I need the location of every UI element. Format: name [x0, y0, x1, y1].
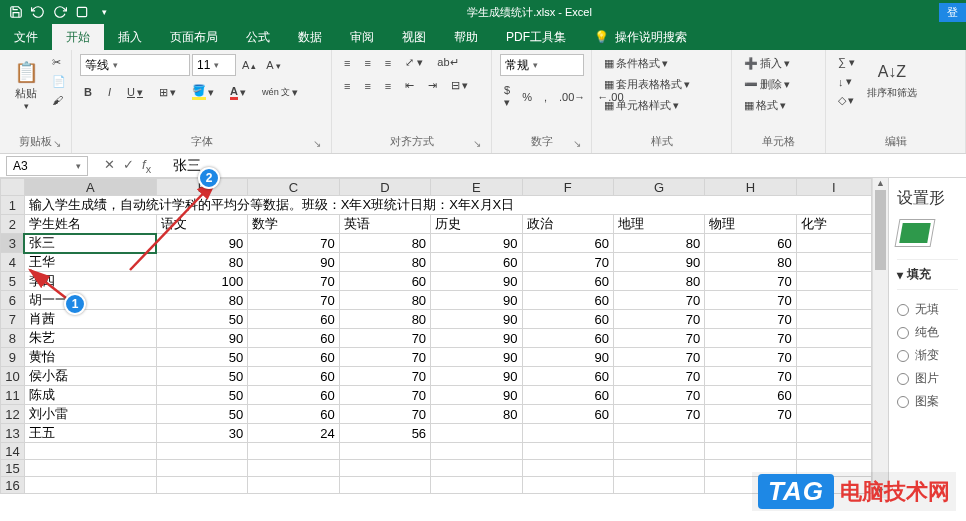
cell-D14[interactable]: [339, 443, 430, 460]
cell-D13[interactable]: 56: [339, 424, 430, 443]
format-cells-button[interactable]: ▦ 格式 ▾: [740, 96, 790, 115]
cell-F9[interactable]: 90: [522, 348, 613, 367]
cell-I4[interactable]: [796, 253, 871, 272]
vertical-scrollbar[interactable]: ▲ ▼: [872, 178, 888, 498]
cell-E12[interactable]: 80: [431, 405, 522, 424]
cell-I5[interactable]: [796, 272, 871, 291]
cell-A5[interactable]: 李四: [24, 272, 156, 291]
cell-A16[interactable]: [24, 477, 156, 494]
cell-B3[interactable]: 90: [156, 234, 247, 253]
cell-A13[interactable]: 王五: [24, 424, 156, 443]
align-right-button[interactable]: ≡: [381, 78, 395, 94]
cell-H11[interactable]: 60: [705, 386, 796, 405]
qat-dropdown-icon[interactable]: ▾: [96, 4, 112, 20]
cell-A2[interactable]: 学生姓名: [24, 215, 156, 234]
cell-A7[interactable]: 肖茜: [24, 310, 156, 329]
cell-C3[interactable]: 70: [248, 234, 339, 253]
cell-A1[interactable]: 输入学生成绩，自动统计学科的平均分等数据。班级：X年X班统计日期：X年X月X日: [24, 196, 871, 215]
cell-I12[interactable]: [796, 405, 871, 424]
cell-G7[interactable]: 70: [613, 310, 704, 329]
align-top-button[interactable]: ≡: [340, 55, 354, 71]
accept-formula-button[interactable]: ✓: [123, 157, 134, 175]
fill-option-1[interactable]: 纯色: [897, 321, 958, 344]
cell-B9[interactable]: 50: [156, 348, 247, 367]
cell-B16[interactable]: [156, 477, 247, 494]
number-format-combo[interactable]: 常规▾: [500, 54, 584, 76]
merge-button[interactable]: ⊟ ▾: [447, 77, 472, 94]
cell-C16[interactable]: [248, 477, 339, 494]
bold-button[interactable]: B: [80, 84, 96, 100]
indent-increase-button[interactable]: ⇥: [424, 77, 441, 94]
cell-E10[interactable]: 90: [431, 367, 522, 386]
tab-formulas[interactable]: 公式: [232, 24, 284, 50]
indent-decrease-button[interactable]: ⇤: [401, 77, 418, 94]
launcher-icon[interactable]: ↘: [473, 138, 481, 149]
row-header-7[interactable]: 7: [1, 310, 25, 329]
cell-A6[interactable]: 胡一一: [24, 291, 156, 310]
cell-D3[interactable]: 80: [339, 234, 430, 253]
cell-G8[interactable]: 70: [613, 329, 704, 348]
cancel-formula-button[interactable]: ✕: [104, 157, 115, 175]
cell-G16[interactable]: [613, 477, 704, 494]
cell-C4[interactable]: 90: [248, 253, 339, 272]
tab-help[interactable]: 帮助: [440, 24, 492, 50]
cell-F7[interactable]: 60: [522, 310, 613, 329]
cut-button[interactable]: ✂: [48, 54, 70, 71]
clear-button[interactable]: ◇ ▾: [834, 92, 859, 109]
cell-H3[interactable]: 60: [705, 234, 796, 253]
cell-C7[interactable]: 60: [248, 310, 339, 329]
cell-E15[interactable]: [431, 460, 522, 477]
col-header-H[interactable]: H: [705, 179, 796, 196]
cell-H9[interactable]: 70: [705, 348, 796, 367]
tab-home[interactable]: 开始: [52, 24, 104, 50]
paste-button[interactable]: 📋 粘贴 ▾: [8, 54, 44, 115]
font-size-combo[interactable]: 11▾: [192, 54, 236, 76]
cell-D8[interactable]: 70: [339, 329, 430, 348]
cell-A4[interactable]: 王华: [24, 253, 156, 272]
row-header-10[interactable]: 10: [1, 367, 25, 386]
tab-pdf[interactable]: PDF工具集: [492, 24, 580, 50]
cell-E6[interactable]: 90: [431, 291, 522, 310]
col-header-A[interactable]: A: [24, 179, 156, 196]
cell-F5[interactable]: 60: [522, 272, 613, 291]
cell-F3[interactable]: 60: [522, 234, 613, 253]
scroll-up-icon[interactable]: ▲: [873, 178, 888, 190]
cell-H7[interactable]: 70: [705, 310, 796, 329]
cell-G4[interactable]: 90: [613, 253, 704, 272]
cell-H8[interactable]: 70: [705, 329, 796, 348]
cell-G15[interactable]: [613, 460, 704, 477]
row-header-11[interactable]: 11: [1, 386, 25, 405]
tab-data[interactable]: 数据: [284, 24, 336, 50]
cell-styles-button[interactable]: ▦ 单元格样式 ▾: [600, 96, 683, 115]
col-header-D[interactable]: D: [339, 179, 430, 196]
tab-file[interactable]: 文件: [0, 24, 52, 50]
shrink-font-button[interactable]: A▾: [262, 57, 284, 73]
insert-cells-button[interactable]: ➕ 插入 ▾: [740, 54, 794, 73]
font-color-button[interactable]: A ▾: [226, 83, 250, 102]
fill-color-button[interactable]: 🪣 ▾: [188, 82, 218, 102]
cell-F12[interactable]: 60: [522, 405, 613, 424]
align-left-button[interactable]: ≡: [340, 78, 354, 94]
cell-B10[interactable]: 50: [156, 367, 247, 386]
row-header-4[interactable]: 4: [1, 253, 25, 272]
comma-button[interactable]: ,: [540, 89, 551, 105]
col-header-F[interactable]: F: [522, 179, 613, 196]
cell-G3[interactable]: 80: [613, 234, 704, 253]
fx-button[interactable]: fx: [142, 157, 151, 175]
launcher-icon[interactable]: ↘: [313, 138, 321, 149]
launcher-icon[interactable]: ↘: [573, 138, 581, 149]
name-box[interactable]: A3▾: [6, 156, 88, 176]
cell-E7[interactable]: 90: [431, 310, 522, 329]
phonetic-button[interactable]: wén文 ▾: [258, 84, 302, 101]
launcher-icon[interactable]: ↘: [53, 138, 61, 149]
row-header-3[interactable]: 3: [1, 234, 25, 253]
cell-C10[interactable]: 60: [248, 367, 339, 386]
cell-H14[interactable]: [705, 443, 796, 460]
underline-button[interactable]: U ▾: [123, 84, 147, 101]
spreadsheet-grid[interactable]: ABCDEFGHI1输入学生成绩，自动统计学科的平均分等数据。班级：X年X班统计…: [0, 178, 872, 498]
cell-A9[interactable]: 黄怡: [24, 348, 156, 367]
cell-G10[interactable]: 70: [613, 367, 704, 386]
cell-H4[interactable]: 80: [705, 253, 796, 272]
cell-F6[interactable]: 60: [522, 291, 613, 310]
cell-I9[interactable]: [796, 348, 871, 367]
